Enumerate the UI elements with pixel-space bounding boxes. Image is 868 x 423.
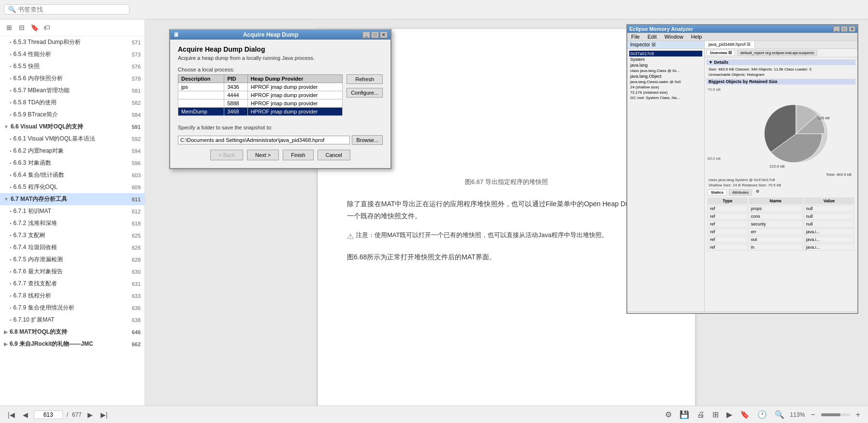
toc-item-s4[interactable]: ▪6.5.6 内存快照分析578 <box>0 72 145 85</box>
cancel-button[interactable]: Cancel <box>318 150 350 160</box>
attributes-tab[interactable]: Attributes <box>729 189 752 196</box>
mat-suspects-tab[interactable]: default_report org.eclipse.mat.api:suspe… <box>737 50 818 56</box>
process-row[interactable]: jps3436HPROF jmap dump provider <box>178 83 343 91</box>
content-para2: 图6.68所示为正常打开堆快照文件后的MAT界面。 <box>347 251 666 263</box>
next-button[interactable]: Next > <box>247 150 279 160</box>
toc-item-s16[interactable]: ▪6.7.2 浅堆和深堆618 <box>0 217 145 229</box>
menu-edit[interactable]: Edit <box>644 33 661 41</box>
details-size: Size: 483.9 KB Classes: 340 Objects: 11.… <box>707 66 855 72</box>
process-row[interactable]: 4444HPROF jmap dump provider <box>178 91 343 99</box>
inspector-object[interactable]: java.lang.Object <box>629 73 702 79</box>
bookmark2-btn[interactable]: 🔖 <box>738 409 752 420</box>
play-btn[interactable]: ▶ <box>724 409 734 420</box>
toc-page: 638 <box>126 317 141 323</box>
search2-btn[interactable]: 🔍 <box>773 409 786 420</box>
toc-item-s9[interactable]: ▪6.6.1 Visual VM的OQL基本语法592 <box>0 133 145 145</box>
toc-item-s18[interactable]: ▪6.7.4 垃圾回收根626 <box>0 241 145 254</box>
toc-item-s17[interactable]: ▪6.7.3 支配树625 <box>0 229 145 241</box>
toc-item-s15[interactable]: ▪6.7.1 初识MAT612 <box>0 205 145 217</box>
details-header: ▼ Details <box>707 59 855 65</box>
inspector-system[interactable]: System <box>629 56 702 62</box>
toc-item-s11[interactable]: ▪6.6.3 对象函数596 <box>0 157 145 169</box>
toc-item-s22[interactable]: ▪6.7.8 线程分析633 <box>0 290 145 302</box>
toc-item-s7[interactable]: ▪6.5.9 BTrace简介584 <box>0 109 145 121</box>
statics-row: refoutjava.i... <box>708 236 854 243</box>
mat-bottom-section: ▼ Actions Histogram: Lists number of ins… <box>627 311 857 314</box>
process-row[interactable]: 5888HPROF jmap dump provider <box>178 99 343 108</box>
search-box[interactable]: 🔍 <box>4 4 130 14</box>
mat-maximize-btn[interactable]: □ <box>841 26 848 32</box>
toc-text: 6.6.3 对象函数 <box>14 159 51 167</box>
toc-page: 646 <box>126 329 141 335</box>
menu-file[interactable]: File <box>627 33 644 41</box>
toc-item-s2[interactable]: ▪6.5.4 性能分析573 <box>0 48 145 60</box>
refresh-button[interactable]: Refresh <box>347 74 383 84</box>
toc-item-s20[interactable]: ▪6.7.6 最大对象报告630 <box>0 266 145 278</box>
bottom-right: ⚙ 💾 🖨 ⊞ ▶ 🔖 🕐 🔍 113% − + <box>663 409 862 420</box>
collapse-all-btn[interactable]: ⊟ <box>16 22 27 33</box>
toc-item-s25[interactable]: ▶6.8 MAT对OQL的支持646 <box>0 326 145 338</box>
page-input[interactable] <box>34 410 63 419</box>
print-btn[interactable]: 🖨 <box>695 409 707 420</box>
toc-item-s21[interactable]: ▪6.7.7 查找支配者631 <box>0 278 145 290</box>
expand-all-btn[interactable]: ⊞ <box>4 22 14 33</box>
mat-inspector-tab[interactable]: Inspector ☒ <box>627 41 704 49</box>
zoom-out-btn[interactable]: − <box>809 409 817 420</box>
dialog-close-btn[interactable]: ✕ <box>380 31 388 38</box>
toc-item-s23[interactable]: ▪6.7.9 集合使用情况分析636 <box>0 302 145 314</box>
inspector-classloader[interactable]: java.lang.ClassLoader @ 0x0 <box>629 79 702 85</box>
save-btn[interactable]: 💾 <box>678 409 691 420</box>
toc-item-s10[interactable]: ▪6.6.2 内置heap对象594 <box>0 145 145 157</box>
toc-item-s1[interactable]: ▪6.5.3 Thread Dump和分析571 <box>0 36 145 48</box>
configure-button[interactable]: Configure... <box>347 88 383 98</box>
mat-menubar: File Edit Window Help <box>627 33 857 41</box>
statics-cell-value: null <box>804 213 854 220</box>
statics-cell-type: ref <box>708 205 748 212</box>
toc-item-s19[interactable]: ▪6.7.5 内存泄漏检测628 <box>0 254 145 266</box>
mat-content: ▼ Details Size: 483.9 KB Classes: 340 Ob… <box>705 57 857 254</box>
folder-row: Browse... <box>178 135 383 145</box>
search-input[interactable] <box>18 6 124 13</box>
zoom-in-btn[interactable]: + <box>854 409 862 420</box>
toc-item-s6[interactable]: ▪6.5.8 TDA的使用582 <box>0 97 145 109</box>
inspector-item-selected[interactable]: 0x37a017c8 <box>629 51 702 56</box>
menu-help[interactable]: Help <box>687 33 706 41</box>
mat-overview-tab[interactable]: Overview ☒ <box>707 50 735 56</box>
toc-item-s13[interactable]: ▪6.6.5 程序化OQL609 <box>0 181 145 193</box>
mat-close-btn[interactable]: ✕ <box>849 26 855 32</box>
first-page-btn[interactable]: |◀ <box>6 410 17 420</box>
folder-input[interactable] <box>178 136 350 144</box>
finish-button[interactable]: Finish <box>283 150 313 160</box>
settings-btn[interactable]: ⚙ <box>663 409 674 420</box>
toc-item-s8[interactable]: ▼6.6 Visual VM对OQL的支持591 <box>0 121 145 133</box>
browse-button[interactable]: Browse... <box>352 135 383 145</box>
prev-page-btn[interactable]: ◀ <box>21 410 30 420</box>
toc-item-s3[interactable]: ▪6.5.5 快照576 <box>0 60 145 72</box>
dialog-body: Acquire Heap Dump Dialog Acquire a heap … <box>170 40 391 168</box>
zoom-slider[interactable] <box>821 413 850 416</box>
last-page-btn[interactable]: ▶| <box>99 410 110 420</box>
inspector-java-lang[interactable]: java.lang <box>629 62 702 68</box>
back-button[interactable]: < Back <box>210 150 243 160</box>
tag-btn[interactable]: 🏷 <box>42 22 52 33</box>
toc-item-s24[interactable]: ▪6.7.10 扩展MAT638 <box>0 314 145 326</box>
menu-window[interactable]: Window <box>661 33 687 41</box>
bookmark-btn[interactable]: 🔖 <box>29 22 40 33</box>
dialog-maximize-btn[interactable]: □ <box>371 31 379 38</box>
statics-tab[interactable]: Statics <box>708 189 727 196</box>
toc-item-s14[interactable]: ➤▼6.7 MAT内存分析工具611 <box>0 193 145 205</box>
toc-item-s12[interactable]: ▪6.6.4 集合/统计函数603 <box>0 169 145 181</box>
statics-row: refsecuritynull <box>708 221 854 227</box>
clock-btn[interactable]: 🕐 <box>755 409 769 420</box>
layout-btn[interactable]: ⊞ <box>710 409 721 420</box>
toc-item-s5[interactable]: ▪6.5.7 MBean管理功能581 <box>0 85 145 97</box>
process-row[interactable]: MemDump3468HPROF jmap dump provider <box>178 108 343 116</box>
mat-minimize-btn[interactable]: _ <box>833 26 840 32</box>
next-page-btn[interactable]: ▶ <box>86 410 95 420</box>
mat-hprof-tab[interactable]: java_pid3468.hprof ☒ <box>705 41 755 48</box>
toc-icon: ▪ <box>10 317 12 323</box>
inspector-class1[interactable]: class java.lang.Class @ 0x... <box>629 68 702 73</box>
toc-text: 6.7.10 扩展MAT <box>14 316 55 324</box>
dialog-minimize-btn[interactable]: _ <box>362 31 370 38</box>
toc-item-s26[interactable]: ▶6.9 来自JRockit的礼物——JMC662 <box>0 338 145 350</box>
